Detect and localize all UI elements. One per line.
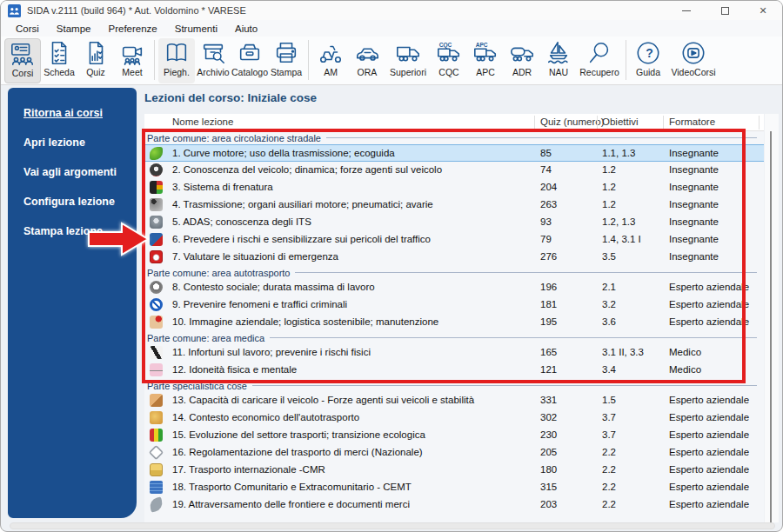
trainer: Esperto aziendale (669, 499, 749, 509)
objectives: 3.5 (602, 251, 616, 262)
meet-icon (119, 40, 145, 66)
lesson-name: 19. Attraversamento delle frontiere e do… (172, 499, 410, 509)
table-row[interactable]: 16. Regolamentazione del trasporto di me… (144, 444, 764, 462)
column-header-obiettivi[interactable]: Obiettivi (602, 116, 639, 127)
toolbar-ora-button[interactable]: ORA (349, 38, 385, 83)
table-row[interactable]: 10. Immagine aziendale; logistica sosten… (144, 314, 764, 331)
table-row[interactable]: 18. Trasporto Comunitario e Extracomunit… (144, 479, 764, 496)
toolbar-corsi-button[interactable]: Corsi (4, 38, 41, 83)
table-row[interactable]: 8. Contesto sociale; durata massima di l… (144, 279, 764, 296)
folder-cmr-icon (150, 463, 163, 476)
toolbar-button-label: APC (476, 67, 495, 77)
table-row[interactable]: 4. Trasmissione; organi ausiliari motore… (144, 196, 764, 214)
sidebar: Ritorna ai corsiApri lezioneVai agli arg… (8, 88, 137, 518)
quiz-count: 230 (540, 429, 557, 440)
objectives: 1.2, 1.3 (602, 216, 635, 227)
toolbar-separator (308, 40, 309, 80)
toolbar-superiori-button[interactable]: Superiori (385, 38, 431, 83)
toolbar-meet-button[interactable]: Meet (114, 38, 151, 83)
sailboat-icon (545, 40, 572, 66)
sidebar-item-configura-lezione[interactable]: Configura lezione (8, 192, 137, 222)
column-header-nome-lezione[interactable]: Nome lezione (172, 116, 233, 127)
toolbar-button-label: Archivio (197, 67, 229, 77)
close-button[interactable]: ✕ (744, 1, 782, 20)
toolbar-nau-button[interactable]: NAU (540, 38, 577, 83)
group-row-parte-comune-area-autotrasporto: Parte comune: area autotrasporto (144, 266, 764, 279)
trainer: Esperto aziendale (669, 412, 749, 422)
table-header: Nome lezioneQuiz (numero)ObiettiviFormat… (144, 114, 764, 131)
table-row[interactable]: 17. Trasporto internazionale -CMR1802.2E… (144, 462, 764, 479)
menu-stampe[interactable]: Stampe (49, 22, 99, 36)
table-row[interactable]: 7. Valutare le situazioni di emergenza27… (144, 249, 764, 266)
column-header-quiz-numero[interactable]: Quiz (numero) (540, 116, 605, 127)
toolbar-archivio-button[interactable]: Archivio (195, 38, 231, 83)
toolbar-piegh-button[interactable]: Piegh. (158, 38, 195, 83)
lesson-name: 14. Contesto economico dell'autotrasport… (172, 412, 359, 422)
lesson-name: 2. Conoscenza del veicolo; dinamica; for… (172, 164, 442, 175)
objectives: 2.2 (602, 447, 616, 457)
table-row[interactable]: 3. Sistema di frenatura2041.2Insegnante (144, 179, 764, 196)
quiz-icon (83, 40, 109, 66)
toolbar-scheda-button[interactable]: Scheda (41, 38, 77, 83)
magnifier-icon (586, 40, 612, 66)
menu-aiuto[interactable]: Aiuto (227, 22, 265, 36)
group-label: Parte specialistica cose (147, 381, 247, 391)
svg-text:CQC: CQC (439, 42, 452, 49)
menu-strumenti[interactable]: Strumenti (167, 22, 225, 36)
sheet-icon (46, 40, 72, 66)
table-row[interactable]: 2. Conoscenza del veicolo; dinamica; for… (144, 162, 764, 179)
courses-icon (10, 41, 36, 67)
group-label: Parte comune: area circolazione stradale (147, 133, 321, 143)
toolbar-videocorsi-button[interactable]: VideoCorsi (666, 38, 720, 83)
trainer: Insegnante (669, 216, 719, 227)
sidebar-item-stampa-lezione[interactable]: Stampa lezione (8, 222, 137, 251)
title-bar[interactable]: SIDA v.2111 (build 964) * Aut. Voldomino… (1, 1, 782, 20)
maximize-button[interactable] (706, 1, 744, 20)
toolbar-button-label: Corsi (12, 68, 34, 78)
quiz-count: 205 (540, 447, 557, 457)
table-row[interactable]: 19. Attraversamento delle frontiere e do… (144, 496, 764, 514)
lesson-name: 9. Prevenire fenomeni e traffici crimina… (172, 299, 347, 309)
toolbar-guida-button[interactable]: ?Guida (630, 38, 666, 83)
objectives: 2.2 (602, 499, 616, 509)
table-row[interactable]: 1. Curve motore; uso della trasmissione;… (144, 144, 764, 162)
horizontal-scrollbar[interactable] (10, 522, 775, 529)
lesson-name: 18. Trasporto Comunitario e Extracomunit… (172, 482, 412, 492)
sidebar-item-ritorna-ai-corsi[interactable]: Ritorna ai corsi (8, 103, 137, 133)
vertical-scrollbar[interactable] (770, 131, 772, 522)
toolbar-adr-button[interactable]: ADR (504, 38, 540, 83)
lesson-name: 15. Evoluzione del settore trasporti; tr… (172, 429, 425, 440)
toolbar-apc-button[interactable]: APCAPC (467, 38, 504, 83)
toolbar-catalogo-button[interactable]: Catalogo (231, 38, 268, 83)
minimize-icon (682, 10, 691, 11)
trainer: Esperto aziendale (669, 464, 749, 475)
table-row[interactable]: 6. Prevedere i rischi e sensibilizzare s… (144, 231, 764, 249)
adas-sensor-icon (150, 216, 163, 229)
trainer: Insegnante (669, 182, 719, 192)
quiz-count: 121 (540, 364, 557, 375)
trainer: Esperto aziendale (669, 429, 749, 440)
objectives: 3.7 (602, 429, 616, 440)
table-row[interactable]: 14. Contesto economico dell'autotrasport… (144, 409, 764, 427)
toolbar-recupero-button[interactable]: Recupero (577, 38, 622, 83)
table-row[interactable]: 5. ADAS; conoscenza degli ITS931.2, 1.3I… (144, 214, 764, 231)
table-row[interactable]: 15. Evoluzione del settore trasporti; tr… (144, 427, 764, 444)
toolbar-group-1: CorsiSchedaQuizMeet (4, 38, 151, 83)
lesson-name: 11. Infortuni sul lavoro; prevenire i ri… (172, 347, 371, 357)
toolbar-am-button[interactable]: AM (312, 38, 349, 83)
column-header-formatore[interactable]: Formatore (669, 116, 715, 127)
table-row[interactable]: 11. Infortuni sul lavoro; prevenire i ri… (144, 344, 764, 362)
trainer: Esperto aziendale (669, 316, 749, 327)
table-row[interactable]: 13. Capacità di caricare il veicolo - Fo… (144, 392, 764, 409)
table-row[interactable]: 12. Idoneità fisica e mentale1213.4Medic… (144, 362, 764, 379)
menu-corsi[interactable]: Corsi (8, 22, 47, 36)
toolbar-stampa-button[interactable]: Stampa (268, 38, 304, 83)
toolbar-quiz-button[interactable]: Quiz (77, 38, 114, 83)
table-row[interactable]: 9. Prevenire fenomeni e traffici crimina… (144, 296, 764, 314)
toolbar-cqc-button[interactable]: CQCCQC (431, 38, 467, 83)
menu-preferenze[interactable]: Preferenze (100, 22, 164, 36)
falling-person-icon (150, 346, 163, 359)
sidebar-item-vai-agli-argomenti[interactable]: Vai agli argomenti (8, 163, 137, 192)
sidebar-item-apri-lezione[interactable]: Apri lezione (8, 133, 137, 163)
minimize-button[interactable] (667, 1, 706, 20)
